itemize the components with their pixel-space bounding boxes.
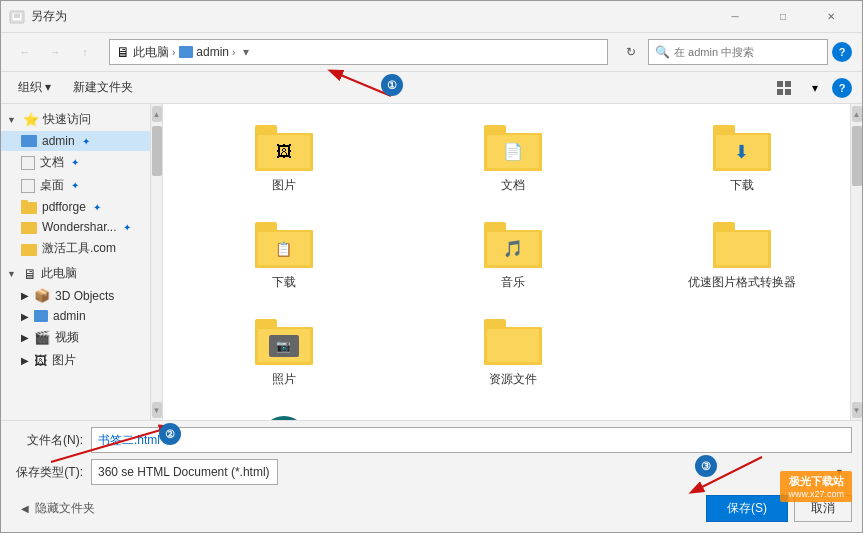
- svg-rect-6: [777, 89, 783, 95]
- svg-rect-7: [785, 89, 791, 95]
- content-scrollbar[interactable]: ▲ ▼: [850, 104, 862, 420]
- address-toolbar: ← → ↑ 🖥 此电脑 › admin › ▾ ↻ 🔍 ?: [1, 33, 862, 72]
- sidebar-item-desktop[interactable]: 桌面 ✦: [1, 174, 150, 197]
- action-buttons: 保存(S) 取消: [706, 491, 852, 526]
- dialog-title: 另存为: [31, 8, 712, 25]
- folder-converter-icon: [712, 220, 772, 270]
- file-label-download1: 下载: [730, 177, 754, 194]
- sidebar-this-pc: ▼ 🖥 此电脑 ▶ 📦 3D Objects ▶ admin ▶ 🎬: [1, 262, 150, 372]
- sidebar-admin-label: admin: [42, 134, 75, 148]
- search-input[interactable]: [674, 46, 821, 58]
- svg-rect-4: [777, 81, 783, 87]
- maximize-button[interactable]: □: [760, 1, 806, 33]
- sidebar-admin2-label: admin: [53, 309, 86, 323]
- filetype-label: 保存类型(T):: [11, 464, 83, 481]
- file-item-download2[interactable]: 📋 下载: [173, 211, 394, 300]
- file-item-edge[interactable]: e edge浏览器 favorites_2022_3_28.html Micro…: [173, 405, 394, 420]
- up-button[interactable]: ↑: [71, 39, 99, 65]
- sidebar-activation-label: 激活工具.com: [42, 240, 116, 257]
- edge-file-icon: e: [254, 414, 314, 420]
- refresh-button[interactable]: ↻: [618, 39, 644, 65]
- chevron-icon: ▼: [7, 115, 19, 125]
- hide-files-arrow-icon: ◀: [21, 503, 29, 514]
- sidebar-this-pc-header[interactable]: ▼ 🖥 此电脑: [1, 262, 150, 285]
- forward-button[interactable]: →: [41, 39, 69, 65]
- folder-download1-icon: ⬇: [712, 123, 772, 173]
- sidebar-quick-access: ▼ ⭐ 快速访问 admin ✦ 文档 ✦ 桌面 ✦: [1, 108, 150, 260]
- filename-row: 文件名(N):: [11, 427, 852, 453]
- hide-files-label: 隐藏文件夹: [35, 500, 95, 517]
- sidebar-pictures-label: 图片: [52, 352, 76, 369]
- save-button[interactable]: 保存(S): [706, 495, 788, 522]
- title-controls: ─ □ ✕: [712, 1, 854, 33]
- sidebar-item-wondershare[interactable]: Wondershar... ✦: [1, 217, 150, 237]
- sidebar-desktop-label: 桌面: [40, 177, 64, 194]
- file-label-resources: 资源文件: [489, 371, 537, 388]
- sidebar-scrollbar[interactable]: ▲ ▼: [151, 104, 163, 420]
- folder-images-icon: 🖼: [254, 123, 314, 173]
- filetype-select[interactable]: 360 se HTML Document (*.html): [91, 459, 278, 485]
- sidebar-item-pdfforge[interactable]: pdfforge ✦: [1, 197, 150, 217]
- file-item-music[interactable]: 🎵 音乐: [402, 211, 623, 300]
- address-segment-pc: 🖥 此电脑 ›: [116, 44, 175, 61]
- view-mode-button[interactable]: [772, 77, 798, 99]
- sidebar-item-admin2[interactable]: ▶ admin: [1, 306, 150, 326]
- address-pc-label: 此电脑: [133, 44, 169, 61]
- filename-input[interactable]: [91, 427, 852, 453]
- file-item-resources[interactable]: 资源文件: [402, 308, 623, 397]
- folder-music-icon: 🎵: [483, 220, 543, 270]
- close-button[interactable]: ✕: [808, 1, 854, 33]
- file-content-area: 🖼 图片 📄: [163, 104, 862, 420]
- file-label-images: 图片: [272, 177, 296, 194]
- file-label-download2: 下载: [272, 274, 296, 291]
- file-item-docs[interactable]: 📄 文档: [402, 114, 623, 203]
- minimize-button[interactable]: ─: [712, 1, 758, 33]
- quick-access-label: 快速访问: [43, 111, 91, 128]
- sidebar-item-documents[interactable]: 文档 ✦: [1, 151, 150, 174]
- cancel-button[interactable]: 取消: [794, 495, 852, 522]
- sidebar-3dobjects-label: 3D Objects: [55, 289, 114, 303]
- file-label-photos: 照片: [272, 371, 296, 388]
- bottom-footer: ◀ 隐藏文件夹 保存(S) 取消: [11, 491, 852, 526]
- sidebar-item-admin[interactable]: admin ✦: [1, 131, 150, 151]
- folder-resources-icon: [483, 317, 543, 367]
- hide-files-button[interactable]: ◀ 隐藏文件夹: [11, 494, 105, 523]
- file-item-converter[interactable]: 优速图片格式转换器: [631, 211, 852, 300]
- sidebar-item-activation[interactable]: 激活工具.com: [1, 237, 150, 260]
- title-bar: 另存为 ─ □ ✕: [1, 1, 862, 33]
- help-button[interactable]: ?: [832, 42, 852, 62]
- view-dropdown-button[interactable]: ▾: [802, 77, 828, 99]
- search-box[interactable]: 🔍: [648, 39, 828, 65]
- address-dropdown-icon[interactable]: ▾: [243, 45, 249, 59]
- bottom-bar: 文件名(N): 保存类型(T): 360 se HTML Document (*…: [1, 420, 862, 532]
- sidebar-item-video[interactable]: ▶ 🎬 视频: [1, 326, 150, 349]
- sidebar-pdfforge-label: pdfforge: [42, 200, 86, 214]
- chevron-pc-icon: ▼: [7, 269, 19, 279]
- sidebar-quick-access-header[interactable]: ▼ ⭐ 快速访问: [1, 108, 150, 131]
- toolbar2-help-button[interactable]: ?: [832, 78, 852, 98]
- folder-download2-icon: 📋: [254, 220, 314, 270]
- sidebar-video-label: 视频: [55, 329, 79, 346]
- sidebar-item-pictures[interactable]: ▶ 🖼 图片: [1, 349, 150, 372]
- file-label-docs: 文档: [501, 177, 525, 194]
- file-label-music: 音乐: [501, 274, 525, 291]
- file-item-download1[interactable]: ⬇ 下载: [631, 114, 852, 203]
- sidebar-item-3dobjects[interactable]: ▶ 📦 3D Objects: [1, 285, 150, 306]
- new-folder-button[interactable]: 新建文件夹: [66, 76, 140, 99]
- svg-rect-5: [785, 81, 791, 87]
- file-item-images[interactable]: 🖼 图片: [173, 114, 394, 203]
- file-grid: 🖼 图片 📄: [173, 114, 852, 410]
- main-content: ▼ ⭐ 快速访问 admin ✦ 文档 ✦ 桌面 ✦: [1, 104, 862, 420]
- filename-label: 文件名(N):: [11, 432, 83, 449]
- folder-docs-icon: 📄: [483, 123, 543, 173]
- address-segment-admin: admin ›: [179, 45, 235, 59]
- sidebar: ▼ ⭐ 快速访问 admin ✦ 文档 ✦ 桌面 ✦: [1, 104, 151, 420]
- back-button[interactable]: ←: [11, 39, 39, 65]
- organize-button[interactable]: 组织 ▾: [11, 76, 58, 99]
- address-bar[interactable]: 🖥 此电脑 › admin › ▾: [109, 39, 608, 65]
- this-pc-label: 此电脑: [41, 265, 77, 282]
- organize-toolbar: 组织 ▾ 新建文件夹 ▾ ?: [1, 72, 862, 104]
- view-controls: ▾ ?: [772, 77, 852, 99]
- address-admin-label: admin: [196, 45, 229, 59]
- file-item-photos[interactable]: 📷 照片: [173, 308, 394, 397]
